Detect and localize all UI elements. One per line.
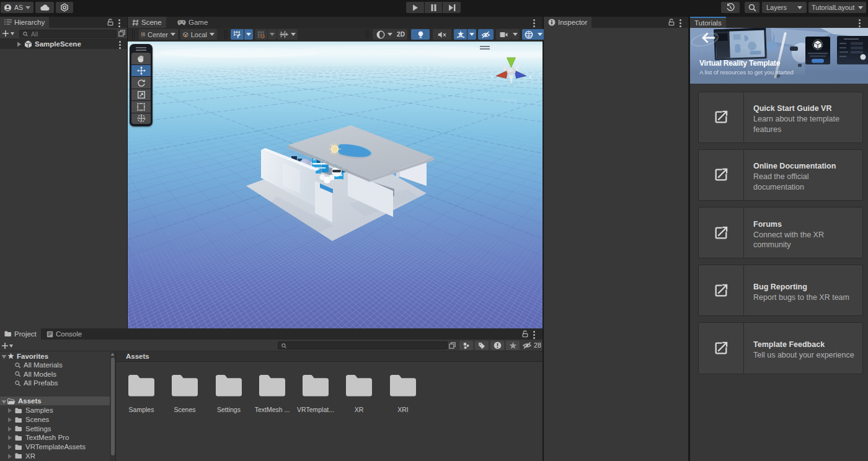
svg-text:‹ Persp: ‹ Persp (498, 97, 518, 103)
svg-text:A list of resources to get you: A list of resources to get you started (699, 69, 794, 76)
svg-text:z: z (529, 74, 531, 79)
svg-text:x: x (491, 74, 494, 79)
svg-text:Virtual Reality Template: Virtual Reality Template (699, 59, 781, 68)
